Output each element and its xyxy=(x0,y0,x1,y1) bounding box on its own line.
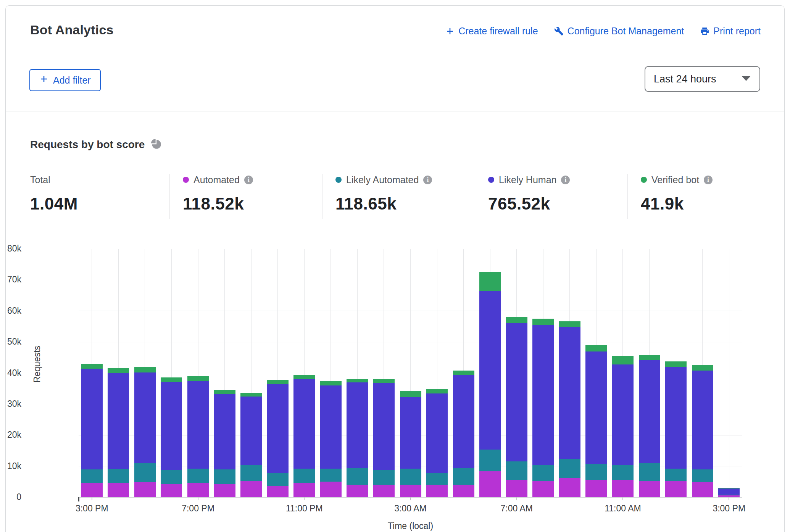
bar-segment-likely-automated[interactable] xyxy=(453,468,474,485)
bar-segment-likely-human[interactable] xyxy=(347,382,368,468)
bar-segment-likely-automated[interactable] xyxy=(426,473,448,485)
bar-segment-likely-automated[interactable] xyxy=(240,465,262,481)
bar-segment-verified-bot[interactable] xyxy=(665,361,687,367)
bar-segment-verified-bot[interactable] xyxy=(373,379,395,383)
bar-segment-automated[interactable] xyxy=(612,480,634,497)
add-filter-button[interactable]: Add filter xyxy=(29,69,101,91)
bar-segment-likely-automated[interactable] xyxy=(373,470,395,484)
bar-segment-likely-automated[interactable] xyxy=(612,465,634,480)
bar-segment-automated[interactable] xyxy=(293,483,315,497)
bar-segment-automated[interactable] xyxy=(320,482,342,497)
bar-segment-likely-automated[interactable] xyxy=(585,464,607,480)
bar-segment-likely-human[interactable] xyxy=(240,397,262,465)
bar-segment-automated[interactable] xyxy=(134,482,156,497)
bar-segment-likely-human[interactable] xyxy=(426,393,448,473)
bar-segment-verified-bot[interactable] xyxy=(612,356,634,364)
bar-segment-likely-human[interactable] xyxy=(267,384,289,473)
bar-segment-likely-automated[interactable] xyxy=(161,470,182,484)
bar-segment-likely-human[interactable] xyxy=(453,375,474,468)
bar-segment-automated[interactable] xyxy=(479,471,501,497)
bar-segment-likely-automated[interactable] xyxy=(320,469,342,482)
bar-segment-likely-human[interactable] xyxy=(134,372,156,463)
bar-segment-automated[interactable] xyxy=(426,485,448,497)
info-icon[interactable]: i xyxy=(561,176,570,184)
bar-segment-likely-human[interactable] xyxy=(639,360,660,463)
bar-segment-verified-bot[interactable] xyxy=(267,380,289,384)
bar-segment-verified-bot[interactable] xyxy=(585,345,607,351)
bar-segment-likely-human[interactable] xyxy=(81,369,103,469)
bar-segment-likely-automated[interactable] xyxy=(134,463,156,482)
bar-segment-verified-bot[interactable] xyxy=(479,272,501,291)
bar-segment-automated[interactable] xyxy=(400,485,421,497)
bar-segment-likely-human[interactable] xyxy=(612,364,634,465)
bar-segment-likely-automated[interactable] xyxy=(718,495,740,495)
bar-segment-automated[interactable] xyxy=(347,485,368,497)
bar-segment-likely-automated[interactable] xyxy=(267,473,289,486)
bar-segment-automated[interactable] xyxy=(214,484,235,497)
bar-segment-likely-human[interactable] xyxy=(665,367,687,469)
requests-stacked-bar-chart[interactable]: 010k20k30k40k50k60k70k80k3:00 PM7:00 PM1… xyxy=(79,249,742,497)
bar-segment-likely-automated[interactable] xyxy=(479,450,501,471)
bar-segment-automated[interactable] xyxy=(453,485,474,497)
bar-segment-automated[interactable] xyxy=(692,482,713,497)
bar-segment-likely-automated[interactable] xyxy=(400,469,421,485)
bar-segment-verified-bot[interactable] xyxy=(108,368,129,373)
bar-segment-verified-bot[interactable] xyxy=(214,390,235,394)
bar-segment-automated[interactable] xyxy=(506,480,527,497)
bar-segment-verified-bot[interactable] xyxy=(187,376,209,381)
bar-segment-verified-bot[interactable] xyxy=(320,381,342,385)
bar-segment-verified-bot[interactable] xyxy=(692,365,713,371)
bar-segment-automated[interactable] xyxy=(240,481,262,497)
bar-segment-automated[interactable] xyxy=(81,483,103,497)
bar-segment-likely-human[interactable] xyxy=(479,291,501,450)
bar-segment-likely-automated[interactable] xyxy=(559,459,580,478)
bar-segment-verified-bot[interactable] xyxy=(293,375,315,379)
bar-segment-likely-human[interactable] xyxy=(585,351,607,464)
bar-segment-likely-automated[interactable] xyxy=(187,469,209,483)
bar-segment-automated[interactable] xyxy=(161,484,182,497)
bar-segment-verified-bot[interactable] xyxy=(639,355,660,360)
bar-segment-likely-human[interactable] xyxy=(559,327,580,459)
bar-segment-likely-automated[interactable] xyxy=(532,465,554,481)
bar-segment-verified-bot[interactable] xyxy=(532,319,554,325)
bar-segment-likely-human[interactable] xyxy=(718,488,740,494)
bar-segment-likely-human[interactable] xyxy=(692,371,713,469)
bar-segment-likely-human[interactable] xyxy=(108,373,129,469)
info-icon[interactable]: i xyxy=(704,176,713,184)
bar-segment-likely-automated[interactable] xyxy=(214,469,235,484)
bar-segment-likely-automated[interactable] xyxy=(108,469,129,483)
create-firewall-rule-link[interactable]: Create firewall rule xyxy=(445,26,538,37)
bar-segment-likely-human[interactable] xyxy=(506,323,527,461)
configure-bot-management-link[interactable]: Configure Bot Management xyxy=(554,26,684,37)
bar-segment-likely-automated[interactable] xyxy=(347,468,368,485)
bar-segment-automated[interactable] xyxy=(532,481,554,497)
bar-segment-automated[interactable] xyxy=(665,481,687,497)
bar-segment-likely-human[interactable] xyxy=(187,381,209,469)
bar-segment-verified-bot[interactable] xyxy=(718,488,740,488)
bar-segment-verified-bot[interactable] xyxy=(161,377,182,382)
bar-segment-verified-bot[interactable] xyxy=(453,371,474,375)
bar-segment-verified-bot[interactable] xyxy=(506,317,527,323)
bar-segment-verified-bot[interactable] xyxy=(400,391,421,397)
bar-segment-likely-human[interactable] xyxy=(400,397,421,469)
bar-segment-automated[interactable] xyxy=(585,480,607,497)
bar-segment-verified-bot[interactable] xyxy=(559,321,580,327)
time-range-select[interactable]: Last 24 hours xyxy=(645,66,760,92)
bar-segment-likely-human[interactable] xyxy=(161,382,182,469)
bar-segment-likely-automated[interactable] xyxy=(506,461,527,480)
bar-segment-verified-bot[interactable] xyxy=(81,364,103,369)
bar-segment-automated[interactable] xyxy=(373,485,395,497)
print-report-link[interactable]: Print report xyxy=(700,26,761,37)
bar-segment-likely-human[interactable] xyxy=(532,325,554,465)
bar-segment-likely-human[interactable] xyxy=(320,385,342,469)
bar-segment-likely-automated[interactable] xyxy=(81,469,103,483)
bar-segment-likely-automated[interactable] xyxy=(639,463,660,481)
info-icon[interactable]: i xyxy=(244,176,253,184)
bar-segment-likely-human[interactable] xyxy=(293,379,315,469)
bar-segment-verified-bot[interactable] xyxy=(347,379,368,382)
bar-segment-automated[interactable] xyxy=(267,486,289,497)
bar-segment-automated[interactable] xyxy=(639,481,660,497)
bar-segment-verified-bot[interactable] xyxy=(134,367,156,372)
info-icon[interactable]: i xyxy=(423,176,432,184)
bar-segment-verified-bot[interactable] xyxy=(240,393,262,397)
